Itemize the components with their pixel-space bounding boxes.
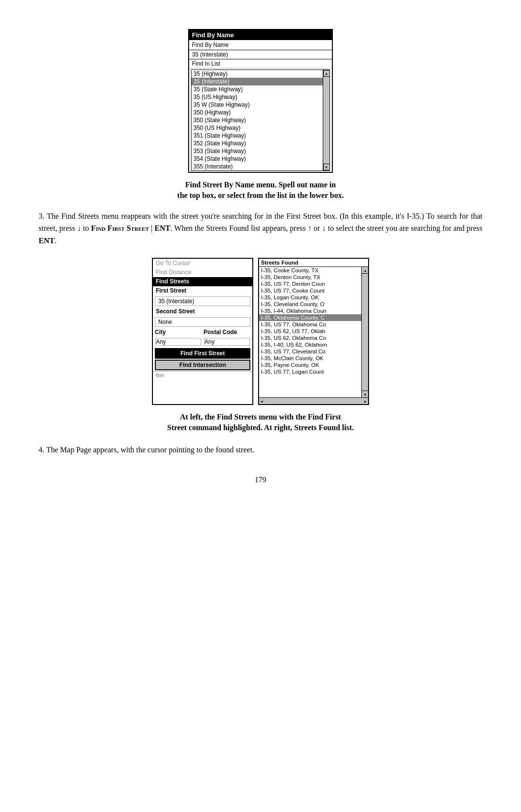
list-item[interactable]: 35 (Interstate) [192, 78, 329, 85]
find-by-name-label: Find By Name [189, 40, 332, 50]
list-item[interactable]: 351 (State Highway) [192, 132, 329, 140]
find-intersection-button[interactable]: Find Intersection [155, 360, 250, 370]
scroll-down-button[interactable] [323, 164, 330, 170]
first-street-label: First Street [153, 286, 252, 295]
street-item[interactable]: I-35, I-44, Oklahoma Coun [259, 308, 368, 314]
find-distance-item[interactable]: Find Distance [153, 268, 252, 277]
horizontal-scrollbar[interactable] [259, 397, 368, 404]
street-list[interactable]: 35 (Highway) 35 (Interstate) 35 (State H… [191, 70, 330, 171]
scroll-down-icon[interactable] [362, 391, 368, 397]
streets-list[interactable]: I-35, Cooke County, TX I-35, Denton Coun… [259, 267, 368, 397]
list-item[interactable]: 350 (US Highway) [192, 124, 329, 132]
street-item[interactable]: I-35, US 77, Denton Coun [259, 280, 368, 287]
list-item[interactable]: 353 (State Highway) [192, 147, 329, 155]
list-item[interactable]: 35 W (State Highway) [192, 101, 329, 109]
street-item[interactable]: I-35, US 62, Oklahoma Co [259, 335, 368, 341]
page-content: Find By Name Find By Name 35 (Interstate… [39, 29, 482, 484]
page-number: 179 [255, 476, 266, 484]
street-item[interactable]: I-35, US 77, Oklahoma Co [259, 321, 368, 328]
search-input-display[interactable]: 35 (Interstate) [189, 50, 332, 59]
street-item[interactable]: I-35, Payne County, OK [259, 362, 368, 368]
postal-label: Postal Code [204, 329, 250, 336]
list-item[interactable]: 354 (State Highway) [192, 155, 329, 163]
street-item[interactable]: I-35, I-40, US 62, Oklahom [259, 341, 368, 348]
scroll-up-button[interactable] [323, 70, 330, 77]
street-item[interactable]: I-35, US 77, Cleveland Co [259, 348, 368, 355]
street-item[interactable]: I-35, US 62, US 77, Oklah [259, 328, 368, 335]
go-to-cursor-item[interactable]: Go To Cursor [153, 259, 252, 268]
list-item[interactable]: 35 (US Highway) [192, 93, 329, 101]
city-postal-values: Any Any [153, 336, 252, 347]
list-item[interactable]: 35 (Highway) [192, 70, 329, 78]
list-item[interactable]: 350 (State Highway) [192, 116, 329, 124]
vertical-scrollbar[interactable] [361, 267, 368, 397]
list-item[interactable]: 355 (Interstate) [192, 163, 329, 170]
street-item[interactable]: I-35, Logan County, OK [259, 294, 368, 301]
street-item[interactable]: I-35, Cleveland County, O [259, 301, 368, 308]
street-item[interactable]: I-35, US 77, Cooke Count [259, 287, 368, 294]
find-in-list-label: Find In List [189, 59, 332, 69]
find-streets-item[interactable]: Find Streets [153, 277, 252, 286]
list-item[interactable]: 35 (State Highway) [192, 85, 329, 93]
first-street-input[interactable]: 35 (Interstate) [155, 296, 250, 306]
street-item-selected[interactable]: I-35, Oklahoma County, C [259, 314, 368, 321]
top-caption: Find Street By Name menu. Spell out name… [92, 180, 429, 201]
body-paragraph-2: 4. The Map Page appears, with the cursor… [39, 444, 482, 456]
hscroll-right-icon[interactable] [364, 398, 367, 404]
find-first-street-button[interactable]: Find First Street [155, 348, 250, 359]
street-item[interactable]: I-35, McClain County, OK [259, 355, 368, 362]
second-street-input[interactable]: None [155, 317, 250, 327]
body-paragraph-1: 3. The Find Streets menu reappears with … [39, 210, 482, 247]
street-item[interactable]: I-35, US 77, Logan Count [259, 368, 368, 375]
city-postal-row: City Postal Code [153, 328, 252, 336]
bottom-screenshots: Go To Cursor Find Distance Find Streets … [39, 258, 482, 405]
streets-found-container: I-35, Cooke County, TX I-35, Denton Coun… [259, 267, 368, 404]
top-screenshot: Find By Name Find By Name 35 (Interstate… [188, 29, 333, 173]
list-scrollbar[interactable] [323, 70, 329, 170]
city-label: City [155, 329, 202, 336]
top-title-bar: Find By Name [189, 30, 332, 40]
find-streets-menu: Go To Cursor Find Distance Find Streets … [152, 258, 253, 405]
hscroll-left-icon[interactable] [260, 398, 263, 404]
street-item[interactable]: I-35, Cooke County, TX [259, 267, 368, 274]
streets-found-panel: Streets Found I-35, Cooke County, TX I-3… [258, 258, 369, 405]
city-value[interactable]: Any [155, 338, 201, 346]
streets-found-title: Streets Found [259, 259, 368, 267]
postal-value[interactable]: Any [204, 338, 250, 346]
street-item[interactable]: I-35, Denton County, TX [259, 274, 368, 280]
scroll-up-icon[interactable] [362, 267, 368, 274]
map-scale-footer: 6mi [153, 371, 252, 379]
bottom-caption: At left, the Find Streets menu with the … [39, 412, 482, 434]
list-item[interactable]: 350 (Highway) [192, 109, 329, 116]
list-item[interactable]: 352 (State Highway) [192, 140, 329, 147]
second-street-label: Second Street [153, 307, 252, 316]
